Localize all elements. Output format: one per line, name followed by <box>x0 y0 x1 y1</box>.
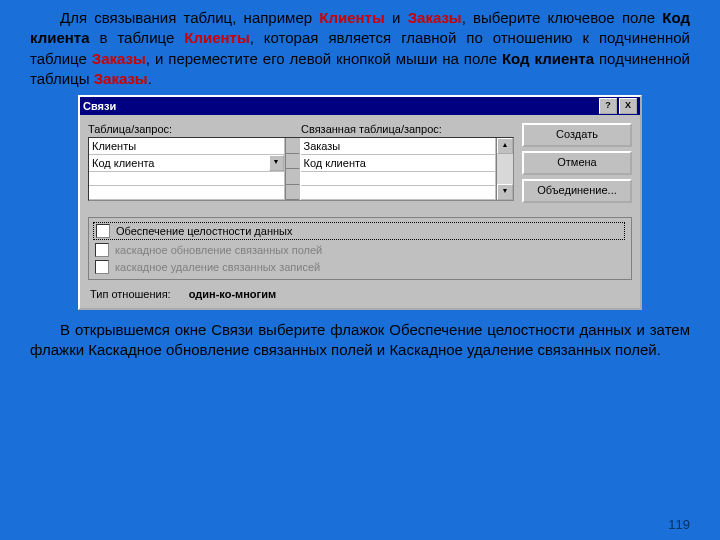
right-table-combo[interactable]: Заказы <box>301 138 497 155</box>
closing-paragraph: В открывшемся окне Связи выберите флажок… <box>0 320 720 361</box>
join-button[interactable]: Объединение... <box>522 179 632 203</box>
integrity-label: Обеспечение целостности данных <box>116 225 292 237</box>
grid-empty[interactable] <box>301 172 497 186</box>
hl-orders3: Заказы <box>94 70 148 87</box>
help-button[interactable]: ? <box>599 98 617 114</box>
relation-type-value: один-ко-многим <box>189 288 276 300</box>
cancel-button[interactable]: Отмена <box>522 151 632 175</box>
integrity-checkbox-row[interactable]: Обеспечение целостности данных <box>93 222 625 240</box>
grid-scrollbar[interactable]: ▲ ▼ <box>496 138 513 200</box>
cascade-delete-row: каскадное удаление связанных записей <box>95 260 625 274</box>
create-button[interactable]: Создать <box>522 123 632 147</box>
grid-empty[interactable] <box>301 186 497 200</box>
integrity-options: Обеспечение целостности данных каскадное… <box>88 217 632 280</box>
hl-orders2: Заказы <box>92 50 146 67</box>
hl-clientcode2: Код клиента <box>502 50 594 67</box>
cascade-update-label: каскадное обновление связанных полей <box>115 244 322 256</box>
left-field-combo[interactable]: Код клиента▼ <box>89 155 285 172</box>
dialog-title: Связи <box>83 100 116 112</box>
grid-empty[interactable] <box>89 186 285 200</box>
intro-paragraph: Для связывания таблиц, например Клиенты … <box>0 0 720 89</box>
left-table-label: Таблица/запрос: <box>88 123 301 135</box>
cascade-update-row: каскадное обновление связанных полей <box>95 243 625 257</box>
cascade-update-checkbox <box>95 243 109 257</box>
chevron-down-icon[interactable]: ▼ <box>269 155 284 171</box>
cascade-delete-checkbox <box>95 260 109 274</box>
hl-clients: Клиенты <box>319 9 384 26</box>
page-number: 119 <box>668 517 690 532</box>
scroll-up-icon[interactable]: ▲ <box>497 138 513 154</box>
grid-empty[interactable] <box>89 172 285 186</box>
right-field-combo[interactable]: Код клиента <box>301 155 497 172</box>
close-button[interactable]: X <box>619 98 637 114</box>
cascade-delete-label: каскадное удаление связанных записей <box>115 261 320 273</box>
dialog-titlebar[interactable]: Связи ? X <box>80 97 640 115</box>
integrity-checkbox[interactable] <box>96 224 110 238</box>
right-table-label: Связанная таблица/запрос: <box>301 123 514 135</box>
hl-clients2: Клиенты <box>184 29 249 46</box>
relation-type-label: Тип отношения: <box>90 288 171 300</box>
scroll-down-icon[interactable]: ▼ <box>497 184 513 200</box>
field-grid: Клиенты Код клиента▼ Заказы Код клиента … <box>88 137 514 201</box>
left-table-combo[interactable]: Клиенты <box>89 138 285 155</box>
hl-orders: Заказы <box>408 9 462 26</box>
relationships-dialog: Связи ? X Таблица/запрос: Связанная табл… <box>78 95 642 310</box>
